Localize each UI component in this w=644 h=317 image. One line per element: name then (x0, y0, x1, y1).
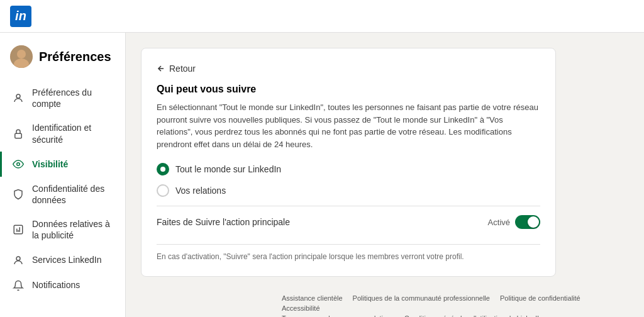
sidebar-item-label: Confidentialité des données (32, 183, 115, 206)
radio-label-connections: Vos relations (175, 186, 226, 196)
eye-icon (12, 158, 25, 170)
linkedin-logo: in (10, 6, 31, 27)
settings-card: Retour Qui peut vous suivre En sélection… (141, 48, 556, 277)
footer-link-3[interactable]: Accessibilité (282, 304, 320, 312)
bell-icon (12, 279, 25, 292)
sidebar-item-notifications[interactable]: Notifications (0, 273, 125, 298)
footer-link-4[interactable]: Transparence des recommandations (282, 314, 394, 317)
sidebar-title: Préférences (39, 50, 111, 64)
person2-icon (12, 254, 25, 267)
main-content: Retour Qui peut vous suivre En sélection… (126, 33, 644, 317)
back-arrow-icon (157, 64, 165, 73)
footer-link-1[interactable]: Politiques de la communauté professionne… (353, 294, 490, 302)
sidebar-item-advertising[interactable]: Données relatives à la publicité (0, 212, 125, 247)
toggle-switch[interactable] (515, 215, 540, 229)
sidebar: Préférences Préférences du compte Identi… (0, 33, 126, 317)
sidebar-item-label: Identification et sécurité (32, 122, 115, 145)
svg-point-3 (16, 94, 20, 98)
footer-link-0[interactable]: Assistance clientèle (282, 294, 343, 302)
svg-rect-6 (14, 226, 23, 235)
chart-icon (12, 223, 25, 236)
back-link[interactable]: Retour (157, 64, 540, 74)
radio-connections[interactable]: Vos relations (157, 184, 540, 197)
footer-link-2[interactable]: Politique de confidentialité (500, 294, 580, 302)
topbar: in (0, 0, 644, 33)
main-layout: Préférences Préférences du compte Identi… (0, 33, 644, 317)
back-label: Retour (169, 64, 196, 74)
sidebar-item-label: Préférences du compte (32, 87, 115, 109)
footer: Assistance clientèle Politiques de la co… (267, 287, 629, 317)
footer-link-5[interactable]: Conditions générales d'utilisation de Li… (404, 314, 543, 317)
toggle-label: Faites de Suivre l'action principale (157, 217, 290, 227)
sidebar-item-label: Visibilité (32, 158, 68, 170)
svg-point-5 (17, 163, 20, 166)
sidebar-item-security[interactable]: Identification et sécurité (0, 116, 125, 151)
radio-everyone[interactable]: Tout le monde sur LinkedIn (157, 163, 540, 175)
sidebar-item-label: Données relatives à la publicité (32, 218, 115, 241)
svg-point-1 (17, 50, 26, 58)
sidebar-item-services[interactable]: Services LinkedIn (0, 248, 125, 273)
footer-links-row2: Transparence des recommandations Conditi… (282, 314, 614, 317)
avatar (10, 45, 33, 68)
sidebar-item-account[interactable]: Préférences du compte (0, 81, 125, 116)
sidebar-item-visibility[interactable]: Visibilité (0, 152, 125, 177)
lock-icon (12, 128, 25, 140)
section-description: En sélectionnant "Tout le monde sur Link… (157, 101, 540, 150)
toggle-note: En cas d'activation, "Suivre" sera l'act… (157, 244, 540, 261)
radio-label-everyone: Tout le monde sur LinkedIn (175, 164, 281, 174)
sidebar-item-privacy[interactable]: Confidentialité des données (0, 177, 125, 212)
toggle-right: Activé (488, 215, 540, 229)
section-title: Qui peut vous suivre (157, 84, 540, 95)
sidebar-item-label: Notifications (32, 279, 80, 291)
person-icon (12, 92, 25, 104)
svg-rect-4 (15, 133, 22, 138)
svg-point-7 (16, 257, 20, 260)
sidebar-item-label: Services LinkedIn (32, 254, 102, 265)
toggle-row: Faites de Suivre l'action principale Act… (157, 206, 540, 238)
radio-circle-connections (157, 184, 169, 197)
toggle-state-label: Activé (488, 218, 510, 227)
sidebar-header: Préférences (0, 45, 125, 81)
footer-links: Assistance clientèle Politiques de la co… (282, 294, 614, 312)
shield-icon (12, 188, 25, 201)
radio-circle-everyone (157, 163, 169, 175)
